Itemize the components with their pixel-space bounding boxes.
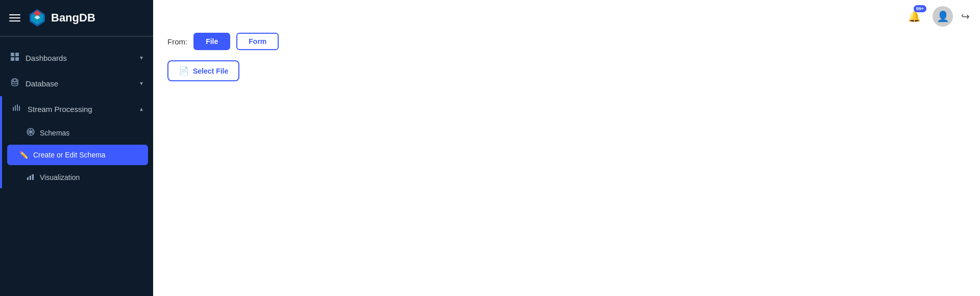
sidebar-item-schemas[interactable]: Schemas xyxy=(2,122,153,144)
schemas-label: Schemas xyxy=(40,129,69,137)
notification-badge: 99+ xyxy=(914,5,926,12)
svg-rect-7 xyxy=(15,57,19,61)
svg-rect-11 xyxy=(15,105,16,111)
bangdb-logo-icon xyxy=(28,8,47,28)
sidebar-item-visualization[interactable]: Visualization xyxy=(2,166,153,188)
svg-rect-12 xyxy=(17,104,18,111)
file-upload-icon: 📄 xyxy=(179,66,189,76)
from-label: From: xyxy=(167,37,187,46)
logout-icon: ↪ xyxy=(961,10,970,22)
create-edit-schema-label: Create or Edit Schema xyxy=(33,151,106,159)
database-chevron-icon: ▾ xyxy=(140,80,143,87)
sidebar-header: BangDB xyxy=(0,0,153,36)
dashboards-chevron-icon: ▾ xyxy=(140,54,143,61)
logo-text: BangDB xyxy=(51,11,95,25)
hamburger-menu-button[interactable] xyxy=(9,14,20,21)
logout-button[interactable]: ↪ xyxy=(961,10,970,22)
svg-rect-4 xyxy=(11,53,14,56)
main-content: 🔔 99+ 👤 ↪ From: File Form 📄 Select File xyxy=(153,0,980,296)
svg-rect-19 xyxy=(27,177,29,180)
top-bar: 🔔 99+ 👤 ↪ xyxy=(894,0,980,33)
sidebar-item-dashboards-label: Dashboards xyxy=(26,54,67,62)
sidebar-item-stream-processing[interactable]: Stream Processing ▴ xyxy=(2,96,153,122)
select-file-button[interactable]: 📄 Select File xyxy=(167,60,239,81)
svg-point-8 xyxy=(13,79,16,82)
sidebar-item-dashboards[interactable]: Dashboards ▾ xyxy=(0,45,153,71)
svg-rect-6 xyxy=(11,57,14,61)
svg-rect-10 xyxy=(13,107,14,111)
stream-processing-subnav: Schemas ✏️ Create or Edit Schema xyxy=(2,122,153,188)
svg-rect-21 xyxy=(32,174,34,180)
from-row: From: File Form xyxy=(167,33,966,50)
schemas-icon xyxy=(27,128,35,138)
sidebar-item-database-label: Database xyxy=(26,79,58,88)
logo: BangDB xyxy=(28,8,95,28)
database-icon xyxy=(10,78,19,89)
sidebar-item-database[interactable]: Database ▾ xyxy=(0,71,153,96)
file-tab[interactable]: File xyxy=(193,33,230,50)
stream-processing-icon xyxy=(12,103,21,115)
visualization-icon xyxy=(27,172,35,182)
avatar-icon: 👤 xyxy=(937,10,949,22)
sidebar-navigation: Dashboards ▾ Database ▾ xyxy=(0,41,153,296)
sidebar-item-create-edit-schema[interactable]: ✏️ Create or Edit Schema xyxy=(7,145,148,165)
sidebar: BangDB Dashboards ▾ xyxy=(0,0,153,296)
avatar-button[interactable]: 👤 xyxy=(933,6,953,27)
page-area: From: File Form 📄 Select File xyxy=(153,20,980,296)
sidebar-stream-section: Stream Processing ▴ xyxy=(0,96,153,188)
sidebar-item-stream-processing-label: Stream Processing xyxy=(28,105,92,113)
svg-rect-13 xyxy=(19,106,20,111)
visualization-label: Visualization xyxy=(40,173,80,181)
svg-rect-5 xyxy=(15,53,19,56)
form-tab[interactable]: Form xyxy=(236,33,279,50)
create-edit-schema-icon: ✏️ xyxy=(19,151,28,159)
notification-button[interactable]: 🔔 99+ xyxy=(904,6,924,27)
stream-processing-chevron-icon: ▴ xyxy=(140,105,143,112)
select-file-label: Select File xyxy=(193,67,228,75)
sidebar-divider xyxy=(0,36,153,37)
svg-point-9 xyxy=(12,79,18,82)
dashboards-icon xyxy=(10,52,19,63)
